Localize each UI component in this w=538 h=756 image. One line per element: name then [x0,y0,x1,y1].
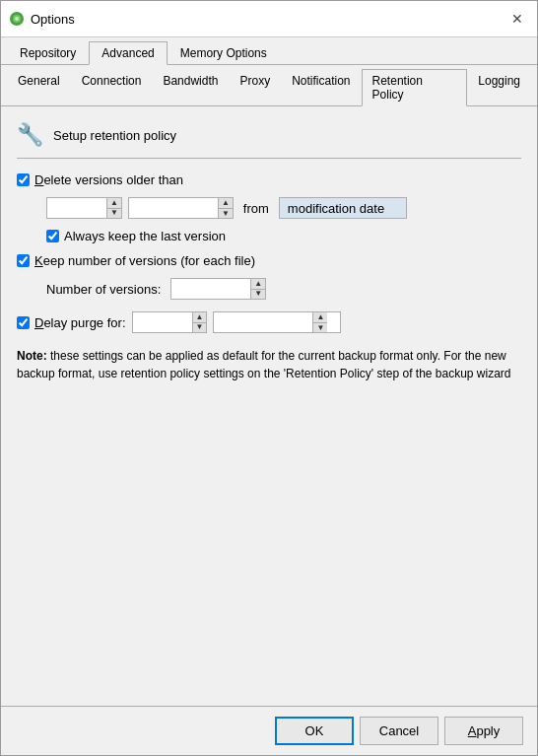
delay-purge-checkbox[interactable] [17,316,30,329]
versions-age-spinner-btns: ▲ ▼ [106,198,121,218]
tab-repository[interactable]: Repository [7,41,89,64]
keep-number-checkbox-label[interactable]: Keep number of versions (for each file) [17,253,255,268]
delay-purge-row: Delay purge for: 2 ▲ ▼ week ▲ ▼ [17,311,521,333]
keep-number-checkbox[interactable] [17,254,30,267]
versions-age-down[interactable]: ▼ [107,208,121,219]
delay-purge-unit-down[interactable]: ▼ [313,322,327,333]
delete-versions-value-row: 2 ▲ ▼ month ▲ ▼ from modification date [17,197,521,219]
delay-purge-unit-up[interactable]: ▲ [313,312,327,322]
tab-retention-policy[interactable]: Retention Policy [362,69,468,106]
cancel-button[interactable]: Cancel [360,717,438,745]
tab-proxy[interactable]: Proxy [229,69,281,105]
num-versions-up[interactable]: ▲ [251,279,265,289]
delay-purge-label: Delay purge for: [34,315,126,330]
note-text: these settings can be applied as default… [17,349,511,380]
app-icon [9,11,25,27]
delay-purge-unit-input[interactable]: week [214,312,312,332]
keep-last-row: Always keep the last version [17,229,521,243]
from-label: from [243,201,269,216]
number-of-versions-row: Number of versions: 3 ▲ ▼ [17,278,521,300]
note-bold: Note: [17,349,47,363]
num-versions-spinner-btns: ▲ ▼ [250,279,265,299]
versions-unit-btns: ▲ ▼ [218,198,233,218]
title-bar-left: Options [9,11,75,27]
versions-age-spinner[interactable]: 2 ▲ ▼ [46,197,122,219]
tab-connection[interactable]: Connection [71,69,153,105]
top-tab-bar: Repository Advanced Memory Options [1,37,537,65]
svg-point-2 [15,17,19,21]
title-bar: Options ✕ [1,1,537,37]
delete-versions-checkbox-label[interactable]: Delete versions older than [17,172,183,187]
footer: OK Cancel Apply [1,706,537,755]
delete-versions-label: Delete versions older than [34,172,183,187]
tab-bandwidth[interactable]: Bandwidth [152,69,229,105]
versions-unit-down[interactable]: ▼ [219,208,233,219]
window-title: Options [31,12,75,27]
options-window: Options ✕ Repository Advanced Memory Opt… [0,0,538,756]
versions-age-input[interactable]: 2 [47,198,106,218]
keep-last-label: Always keep the last version [64,229,226,243]
second-tab-bar: General Connection Bandwidth Proxy Notif… [1,65,537,106]
delay-purge-checkbox-label[interactable]: Delay purge for: [17,315,126,330]
tab-logging[interactable]: Logging [467,69,531,105]
delay-purge-spinner[interactable]: 2 ▲ ▼ [132,311,208,333]
keep-last-checkbox[interactable] [46,230,59,242]
keep-number-label: Keep number of versions (for each file) [34,253,255,268]
delay-purge-down[interactable]: ▼ [193,322,207,333]
section-title: Setup retention policy [53,128,176,143]
apply-button[interactable]: Apply [444,717,523,745]
tab-advanced[interactable]: Advanced [89,41,167,65]
delete-versions-row: Delete versions older than [17,172,521,187]
delay-purge-up[interactable]: ▲ [193,312,207,322]
modification-date-box: modification date [279,197,407,219]
versions-age-up[interactable]: ▲ [107,198,121,208]
modification-date-label: modification date [288,201,384,216]
keep-last-checkbox-label[interactable]: Always keep the last version [46,229,226,243]
delete-versions-checkbox[interactable] [17,173,30,186]
ok-button[interactable]: OK [275,717,354,745]
section-divider [17,158,521,159]
tab-notification[interactable]: Notification [281,69,361,105]
note-box: Note: these settings can be applied as d… [17,347,521,382]
num-versions-label: Number of versions: [46,282,161,297]
versions-unit-input[interactable]: month [129,198,218,218]
delay-purge-spinner-btns: ▲ ▼ [192,312,207,332]
num-versions-input[interactable]: 3 [171,279,250,299]
versions-unit-select[interactable]: month ▲ ▼ [128,197,234,219]
num-versions-down[interactable]: ▼ [251,289,265,300]
section-header: 🔧 Setup retention policy [17,122,521,148]
close-button[interactable]: ✕ [505,7,529,31]
wrench-icon: 🔧 [17,122,43,148]
tab-general[interactable]: General [7,69,71,105]
content-area: 🔧 Setup retention policy Delete versions… [1,106,537,706]
delay-purge-input[interactable]: 2 [133,312,192,332]
delay-purge-unit-btns: ▲ ▼ [312,312,327,332]
keep-number-row: Keep number of versions (for each file) [17,253,521,268]
versions-unit-up[interactable]: ▲ [219,198,233,208]
tab-memory-options[interactable]: Memory Options [168,41,280,64]
num-versions-spinner[interactable]: 3 ▲ ▼ [170,278,266,300]
delay-purge-unit-select[interactable]: week ▲ ▼ [213,311,341,333]
